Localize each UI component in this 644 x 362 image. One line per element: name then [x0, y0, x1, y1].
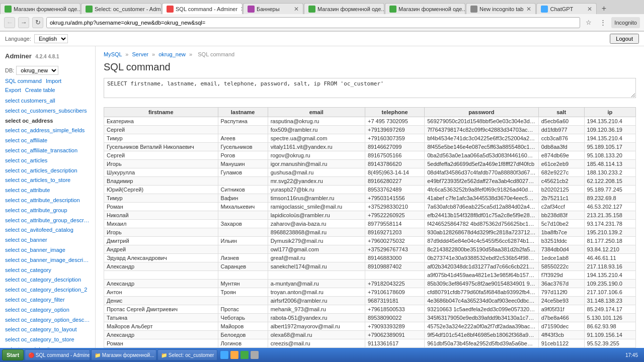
column-header-firstname: firstname: [104, 108, 218, 117]
start-button[interactable]: Start: [2, 349, 24, 360]
table-cell-9-2: timson116rus@rambler.ru: [268, 194, 365, 203]
browser-tab-3[interactable]: SQL command - Adminer ✕: [162, 3, 243, 14]
table-row: ШукуруллаГуламовgushusa@mail.ru8(495)963…: [104, 168, 636, 177]
browser-tab-2[interactable]: Select: oc_customer - Adm... ✕: [81, 3, 162, 14]
sidebar-link-10[interactable]: select oc_attribute_description: [5, 196, 90, 206]
table-cell-15-2: owl177@gmail.com: [268, 245, 365, 254]
table-cell-8-2: yuraspb27@bk.ru: [268, 186, 365, 194]
table-cell-1-2: fox509@rambler.ru: [268, 126, 365, 134]
sidebar-link-9[interactable]: select oc_attribute: [5, 186, 90, 196]
sidebar-link-23[interactable]: select oc_category_to_layout: [5, 325, 90, 335]
sidebar-link-12[interactable]: select oc_attribute_group_descripti...: [5, 216, 90, 226]
sidebar-link-20[interactable]: select oc_category_filter: [5, 295, 90, 305]
sidebar-link-0[interactable]: select customers_all: [5, 96, 90, 106]
browser-tab-7[interactable]: New incognito tab ✕: [466, 3, 536, 14]
table-cell-22-6: 85.249.174.17: [584, 305, 635, 314]
sidebar-link-1[interactable]: select oc_customers_subscribers: [5, 106, 90, 116]
table-cell-2-4: bf4b4534e741dc3c04225e6ff3c252004a28f3b: [425, 134, 539, 143]
sidebar-link-19[interactable]: select oc_category_description_2: [5, 285, 90, 295]
breadcrumb-server[interactable]: Server: [132, 51, 148, 57]
sidebar-link-7[interactable]: select oc_articles_description: [5, 166, 90, 176]
table-cell-21-4: 4e3686b047c4a365234d0caf903eec0dbc1293bd: [425, 297, 539, 305]
table-cell-4-4: 0ba2d563a0e1aa066a5d53d083f4461605d3d2a8: [425, 151, 539, 160]
forward-button[interactable]: →: [18, 17, 29, 28]
table-cell-16-2: greaf@mail.ru: [268, 254, 365, 262]
sidebar-link-6[interactable]: select oc_articles: [5, 156, 90, 166]
taskbar-item-1[interactable]: 🔴 SQL command - Adminer: [25, 349, 90, 360]
logout-button[interactable]: Logout: [610, 34, 639, 44]
table-cell-24-6: 86.62.93.98: [584, 322, 635, 331]
export-link[interactable]: Export: [5, 87, 21, 93]
browser-tab-8[interactable]: ChatGPT ✕: [536, 3, 597, 14]
table-cell-24-2: albert1972mayorov@mail.ru: [268, 322, 365, 331]
import-link[interactable]: Import: [46, 78, 61, 84]
table-cell-19-1: Мунтян: [218, 280, 268, 288]
taskbar-item-3[interactable]: 📁 Select: oc_customer: [157, 349, 217, 360]
table-cell-0-2: rasputina@okrug.ru: [268, 117, 365, 126]
tab-close-3[interactable]: ✕: [237, 6, 243, 13]
browser-tab-4[interactable]: Баннеры ✕: [243, 3, 303, 14]
create-table-link[interactable]: Create table: [25, 87, 55, 93]
sql-command-link[interactable]: SQL command: [5, 78, 42, 84]
table-cell-12-4: f4246525864782 4bd875362d756625bc1c74172: [425, 220, 539, 228]
tab-close-8[interactable]: ✕: [584, 6, 592, 13]
tab-close-7[interactable]: ✕: [523, 6, 531, 13]
table-cell-19-4: 85b309c3ef864975c8f2ae90154834901 9a159f…: [425, 280, 539, 288]
address-bar[interactable]: [46, 17, 580, 28]
table-cell-25-6: 91.109.156.14: [584, 331, 635, 339]
table-cell-9-5: 2b75211c1: [538, 194, 584, 203]
table-cell-18-4: a9f075b41d459aea4821e13e985f64b1578bfdfb: [425, 271, 539, 280]
sidebar-link-3[interactable]: select oc_address_simple_fields: [5, 126, 90, 136]
table-row: ЕкатеринаРаспутинаrasputina@okrug.ru+7 4…: [104, 117, 636, 126]
table-cell-26-0: Роман: [104, 339, 218, 348]
taskbar-item-2[interactable]: 📁 Магазин форменной...: [91, 349, 156, 360]
sidebar-link-14[interactable]: select oc_banner: [5, 235, 90, 245]
breadcrumb-db[interactable]: okrug_new: [158, 51, 186, 57]
table-cell-8-1: Ситников: [218, 186, 268, 194]
sql-input[interactable]: [104, 78, 636, 98]
table-cell-25-5: 4ff43f3cb: [538, 331, 584, 339]
refresh-button[interactable]: ↻: [32, 17, 43, 28]
db-select[interactable]: okrug_new: [16, 66, 58, 75]
table-cell-1-1: [218, 126, 268, 134]
sidebar-link-13[interactable]: select oc_avitofeed_catalog: [5, 225, 90, 235]
back-button[interactable]: ←: [4, 17, 15, 28]
sidebar-link-5[interactable]: select oc_affiliate_transaction: [5, 146, 90, 156]
table-cell-26-4: 961dbf50a73b45fea2952d5fbd39a5a6beb7b049: [425, 339, 539, 348]
table-cell-22-3: +79618500533: [365, 305, 424, 314]
browser-tab-1[interactable]: Магазин форменной оде... ✕: [0, 3, 80, 14]
sidebar-link-11[interactable]: select oc_attribute_group: [5, 206, 90, 216]
sidebar-link-17[interactable]: select oc_category: [5, 265, 90, 276]
bookmark-icon[interactable]: ☆: [583, 17, 594, 28]
table-cell-15-1: [218, 245, 268, 254]
sidebar-link-2[interactable]: select oc_address: [5, 116, 90, 126]
language-select[interactable]: English: [34, 34, 68, 43]
sidebar-link-4[interactable]: select oc_affiliate: [5, 136, 90, 146]
table-cell-19-6: 109.235.190.0: [584, 280, 635, 288]
sidebar-link-24[interactable]: select oc_category_to_store: [5, 335, 90, 345]
sidebar-link-8[interactable]: select oc_articles_to_store: [5, 175, 90, 186]
tab-close-4[interactable]: ✕: [291, 6, 299, 13]
breadcrumb-mysql[interactable]: MySQL: [104, 51, 122, 57]
settings-icon[interactable]: ⋮: [597, 17, 608, 28]
table-cell-10-6: 46.53.202.127: [584, 203, 635, 211]
app-layout: Adminer 4.2.4 4.8.1 DB: okrug_new SQL co…: [0, 46, 644, 362]
breadcrumb: MySQL » Server » okrug_new » SQL command: [104, 51, 636, 57]
sidebar-link-22[interactable]: select oc_category_option_descripti...: [5, 315, 90, 325]
sidebar-link-16[interactable]: select oc_banner_image_description: [5, 255, 90, 265]
sidebar-link-21[interactable]: select oc_category_option: [5, 305, 90, 315]
sidebar-link-18[interactable]: select oc_category_description: [5, 275, 90, 285]
table-cell-12-1: Захаров: [218, 220, 268, 228]
browser-tab-6[interactable]: Магазин форменной оде... ✕: [385, 3, 465, 14]
table-cell-14-2: Dymusik279@mail.ru: [268, 237, 365, 245]
table-cell-26-5: 91ceb1122: [538, 339, 584, 348]
table-row: Игорь89688238868@mail.ru89169271203930ab…: [104, 228, 636, 237]
table-cell-26-2: creezis@mail.ru: [268, 339, 365, 348]
column-header-ip: ip: [584, 108, 635, 117]
new-tab-button[interactable]: +: [597, 3, 610, 14]
table-cell-1-5: dd1fdb977: [538, 126, 584, 134]
browser-tab-5[interactable]: Магазин форменной оде... ✕: [304, 3, 384, 14]
sidebar-link-15[interactable]: select oc_banner_image: [5, 245, 90, 255]
table-cell-24-4: 45752e3a324e222a0f0a2f7df2adaa39bace6f98: [425, 322, 539, 331]
table-cell-24-0: Майоров Альберт: [104, 322, 218, 331]
